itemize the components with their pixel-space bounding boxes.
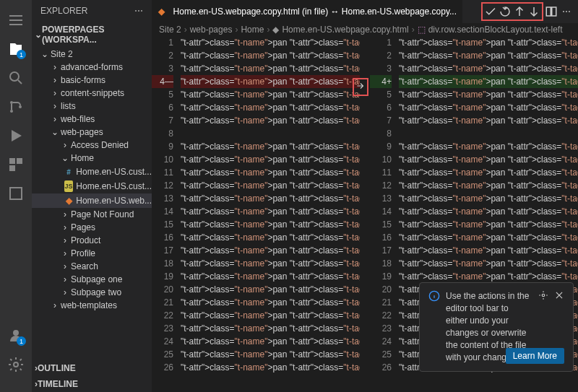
svg-rect-4 [9, 158, 15, 164]
tree-folder[interactable]: ›lists [32, 100, 152, 113]
tree-folder[interactable]: ›Access Denied [32, 139, 152, 152]
explorer-title: EXPLORER [40, 6, 87, 16]
active-tab[interactable]: ◆Home.en-US.webpage.copy.html (in file) … [152, 0, 462, 23]
tree-folder[interactable]: ›basic-forms [32, 74, 152, 87]
tree-file[interactable]: #Home.en-US.cust... [32, 165, 152, 179]
tree-folder-site[interactable]: ⌄Site 2 [32, 48, 152, 61]
tree-file-selected[interactable]: ◆Home.en-US.web... [32, 193, 152, 208]
gear-icon[interactable] [538, 290, 548, 300]
accounts-badge: 1 [17, 336, 26, 346]
svg-point-8 [13, 330, 19, 336]
next-change-icon[interactable] [527, 5, 540, 18]
activity-bar: 1 1 [0, 0, 32, 392]
svg-point-3 [19, 105, 22, 108]
tree-folder[interactable]: ›Subpage one [32, 273, 152, 286]
explorer-icon[interactable]: 1 [7, 40, 25, 58]
tree-folder[interactable]: ›Subpage two [32, 286, 152, 299]
svg-point-9 [14, 362, 18, 367]
revert-icon[interactable] [499, 5, 512, 18]
breadcrumbs[interactable]: Site 2› web-pages› Home› ◆Home.en-US.web… [152, 23, 578, 36]
svg-point-2 [10, 110, 13, 113]
explorer-sidebar: EXPLORER⋯ ⌄POWERPAGES (WORKSPA... ⌄Site … [32, 0, 152, 392]
info-icon [428, 290, 440, 302]
run-debug-icon[interactable] [7, 127, 25, 144]
tree-folder[interactable]: ›web-files [32, 113, 152, 126]
gear-icon[interactable] [7, 356, 25, 373]
tree-folder[interactable]: ›web-templates [32, 299, 152, 312]
extensions-icon[interactable] [7, 156, 25, 173]
close-icon[interactable] [554, 290, 564, 300]
split-editor-icon[interactable] [545, 5, 558, 18]
timeline-header[interactable]: ›TIMELINE [32, 376, 152, 392]
menu-icon[interactable] [7, 12, 25, 29]
tab-more-icon[interactable]: ⋯ [559, 6, 574, 17]
accept-icon[interactable] [484, 5, 497, 18]
source-control-icon[interactable] [7, 98, 25, 116]
svg-point-0 [10, 72, 19, 81]
svg-rect-6 [9, 165, 15, 171]
svg-rect-7 [10, 188, 22, 199]
prev-change-icon[interactable] [513, 5, 526, 18]
svg-point-13 [542, 294, 545, 297]
tree-folder[interactable]: ›content-snippets [32, 87, 152, 100]
accounts-icon[interactable]: 1 [7, 327, 25, 344]
power-pages-icon[interactable] [7, 185, 25, 202]
tree-folder[interactable]: ›advanced-forms [32, 61, 152, 74]
svg-rect-5 [17, 158, 22, 164]
tree-folder[interactable]: ›Search [32, 260, 152, 273]
tree-folder[interactable]: ›Product [32, 234, 152, 247]
tree-folder-webpages[interactable]: ⌄web-pages [32, 126, 152, 139]
tree-folder[interactable]: ›Pages [32, 221, 152, 234]
tree-file[interactable]: JSHome.en-US.cust... [32, 179, 152, 193]
svg-rect-11 [552, 7, 556, 16]
notification-toast: Use the actions in the editor tool bar t… [419, 282, 574, 372]
tree-folder-home[interactable]: ⌄Home [32, 152, 152, 165]
apply-change-icon[interactable] [353, 78, 368, 96]
svg-point-1 [10, 101, 13, 104]
explorer-more-icon[interactable]: ⋯ [134, 6, 143, 16]
tree-folder[interactable]: ›Page Not Found [32, 208, 152, 221]
tree-folder[interactable]: ›Profile [32, 247, 152, 260]
svg-rect-10 [546, 7, 551, 16]
outline-header[interactable]: ›OUTLINE [32, 360, 152, 376]
diff-left-pane[interactable]: 1234—56789101112131415161718192021222324… [152, 36, 360, 392]
explorer-badge: 1 [17, 50, 26, 59]
workspace-header[interactable]: ⌄POWERPAGES (WORKSPA... [32, 22, 152, 48]
learn-more-button[interactable]: Learn More [506, 348, 564, 364]
tab-bar: ◆Home.en-US.webpage.copy.html (in file) … [152, 0, 578, 23]
search-icon[interactable] [7, 69, 25, 87]
